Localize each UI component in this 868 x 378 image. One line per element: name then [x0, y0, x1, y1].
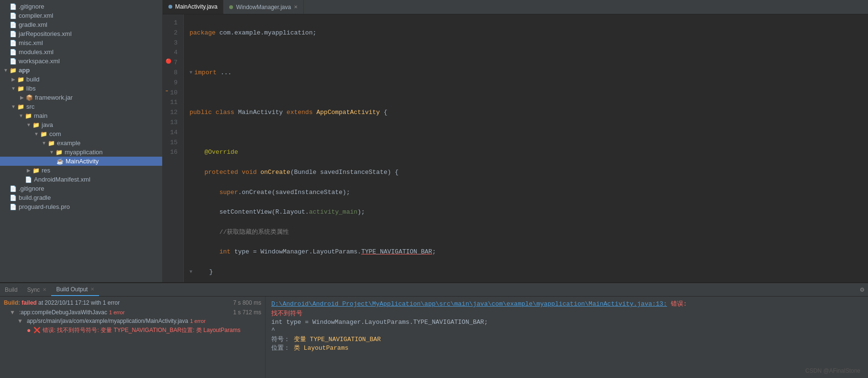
bottom-tab-sync[interactable]: Sync ✕ [22, 283, 52, 296]
gradle-icon: 📄 [10, 195, 17, 201]
sidebar-item-mainactivity[interactable]: ☕ MainActivity [0, 157, 162, 166]
folder-arrow-icon: ▶ [18, 95, 26, 100]
tab-close-icon[interactable]: ✕ [90, 286, 94, 292]
sidebar-item-gitignore-app[interactable]: 📄 .gitignore [0, 184, 162, 193]
fold-icon[interactable]: ▼ [189, 69, 192, 77]
sidebar-item-workspace[interactable]: 📄 workspace.xml [0, 57, 162, 66]
sidebar-item-build[interactable]: ▶ 📁 build [0, 75, 162, 84]
sidebar-item-res[interactable]: ▶ 📁 res [0, 166, 162, 175]
code-line-3: ▼import ... [189, 68, 862, 78]
sidebar-item-example[interactable]: ▼ 📁 example [0, 138, 162, 148]
sidebar-item-label: gradle.xml [19, 21, 47, 28]
sidebar-item-myapplication[interactable]: ▼ 📁 myapplication [0, 148, 162, 157]
line-num-1: 1 [165, 18, 179, 28]
error-file-path[interactable]: D:\Android\Android Project\MyApplication… [271, 300, 667, 308]
error-message-text: ❌ 错误: 找不到符号符号: 变量 TYPE_NAVIGATION_BAR位置:… [33, 326, 240, 334]
sidebar-item-gitignore-root[interactable]: 📄 .gitignore [0, 2, 162, 11]
sidebar-item-androidmanifest[interactable]: 📄 AndroidManifest.xml [0, 175, 162, 184]
sidebar-item-label: jarRepositories.xml [19, 30, 72, 37]
sidebar-item-label: workspace.xml [19, 57, 60, 65]
line-num-7: 🔴7 [165, 58, 179, 68]
sidebar-item-framework-jar[interactable]: ▶ 📦 framework.jar [0, 93, 162, 102]
sidebar-item-src[interactable]: ▼ 📁 src [0, 102, 162, 111]
expand-arrow-icon[interactable]: ▼ [10, 309, 15, 316]
line-num-15: 15 [165, 138, 179, 148]
bottom-tabs-container: Build Sync ✕ Build Output ✕ [0, 283, 857, 296]
file-icon: 📄 [10, 58, 17, 65]
folder-icon: 📁 [33, 122, 40, 128]
line-num-2: 2 [165, 28, 179, 38]
sidebar-item-main[interactable]: ▼ 📁 main [0, 111, 162, 120]
build-file-line: ▼ app/src/main/java/com/example/myapplic… [4, 317, 261, 325]
bottom-panel: Build Sync ✕ Build Output ✕ ⚙ Build: fai… [0, 282, 868, 378]
sidebar-item-libs[interactable]: ▼ 📁 libs [0, 84, 162, 93]
sidebar-item-label: .gitignore [19, 185, 44, 192]
folder-arrow-icon: ▼ [17, 113, 25, 118]
code-line-9: @Override [189, 148, 862, 158]
sidebar-item-jarRepositories[interactable]: 📄 jarRepositories.xml [0, 29, 162, 38]
sidebar-item-label: framework.jar [35, 94, 73, 101]
build-right-panel: D:\Android\Android Project\MyApplication… [266, 297, 868, 378]
code-text[interactable]: package com.example.myapplication; ▼impo… [184, 14, 868, 282]
sidebar-item-java[interactable]: ▼ 📁 java [0, 120, 162, 129]
location-label: 位置： [271, 344, 290, 352]
bottom-tab-build[interactable]: Build [0, 283, 22, 296]
tab-dot-icon [168, 5, 172, 9]
error-caret-line: ^ [271, 327, 862, 334]
tab-close-icon[interactable]: ✕ [294, 4, 298, 10]
tab-close-icon[interactable]: ✕ [43, 287, 46, 292]
folder-arrow-icon: ▼ [40, 140, 48, 146]
sidebar-item-label: proguard-rules.pro [19, 203, 70, 210]
sidebar-item-modules[interactable]: 📄 modules.xml [0, 47, 162, 57]
sidebar-item-label: com [49, 130, 61, 137]
file-icon: 📄 [10, 12, 17, 19]
sidebar-item-compiler-xml[interactable]: 📄 compiler.xml [0, 11, 162, 20]
sidebar-item-label: .gitignore [19, 3, 44, 10]
fold-icon[interactable]: ▼ [189, 268, 192, 276]
code-line-8 [189, 128, 862, 138]
tab-mainactivity[interactable]: MainActivity.java [163, 0, 223, 14]
error-symbol-line: 符号： 变量 TYPE_NAVIGATION_BAR [271, 335, 862, 344]
sidebar-item-label: main [34, 112, 47, 119]
bottom-tab-buildoutput[interactable]: Build Output ✕ [51, 283, 99, 296]
sidebar-item-app[interactable]: ▼ 📁 app [0, 66, 162, 75]
sidebar-item-label: src [26, 103, 34, 110]
sidebar-item-misc[interactable]: 📄 misc.xml [0, 38, 162, 47]
file-icon: 📄 [10, 31, 17, 37]
main-area: 📄 .gitignore 📄 compiler.xml 📄 gradle.xml… [0, 0, 868, 282]
tab-label: MainActivity.java [175, 3, 217, 10]
folder-arrow-icon: ▼ [25, 122, 33, 127]
code-line-13: //获取隐藏的系统类属性 [189, 228, 862, 238]
settings-gear-icon[interactable]: ⚙ [860, 286, 864, 294]
task-name: :app:compileDebugJavaWithJavac [19, 309, 107, 316]
tab-windowmanager[interactable]: WindowManager.java ✕ [223, 0, 304, 14]
editor-tab-bar: MainActivity.java WindowManager.java ✕ [163, 0, 868, 14]
error-label: 错误: [671, 300, 687, 308]
jar-icon: 📦 [26, 94, 33, 101]
line-num-8: 8 [165, 68, 179, 78]
sidebar-item-label: myapplication [65, 149, 103, 156]
symbol-value: 变量 TYPE_NAVIGATION_BAR [294, 336, 381, 343]
folder-icon: 📁 [40, 131, 47, 137]
expand-arrow-icon2[interactable]: ▼ [17, 318, 23, 324]
file-icon: 📄 [10, 3, 17, 10]
sidebar-item-build-gradle[interactable]: 📄 build.gradle [0, 193, 162, 202]
bottom-tab-label: Sync [27, 286, 40, 293]
bottom-tab-label: Build [5, 286, 18, 293]
line-num-16: 16 [165, 148, 179, 158]
error-location-line: 位置： 类 LayoutParams [271, 344, 862, 352]
sidebar-item-proguard[interactable]: 📄 proguard-rules.pro [0, 202, 162, 211]
code-line-10: protected void onCreate(Bundle savedInst… [189, 168, 862, 178]
line-num-11: 11 [165, 98, 179, 108]
file-path-label: app/src/main/java/com/example/myapplicat… [27, 318, 188, 324]
error-circle-icon: ● [27, 326, 31, 334]
line-num-13: 13 [165, 118, 179, 128]
bottom-panel-content: Build: failed at 2022/10/11 17:12 with 1… [0, 297, 868, 378]
code-line-14: int type = WindowManager.LayoutParams.TY… [189, 247, 862, 257]
sidebar-item-gradle-xml[interactable]: 📄 gradle.xml [0, 20, 162, 29]
build-left-panel: Build: failed at 2022/10/11 17:12 with 1… [0, 297, 266, 378]
sidebar-item-label: app [19, 67, 30, 74]
bottom-tab-label: Build Output [56, 286, 88, 293]
sidebar-item-com[interactable]: ▼ 📁 com [0, 129, 162, 138]
folder-icon: 📁 [17, 85, 24, 92]
